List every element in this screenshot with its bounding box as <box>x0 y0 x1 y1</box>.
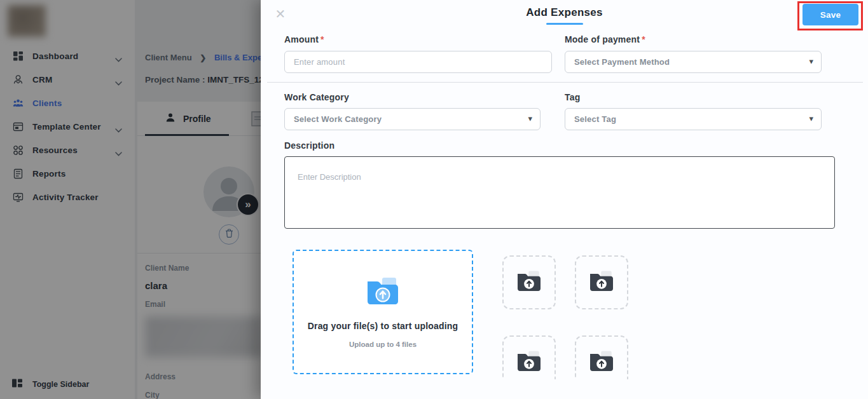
required-asterisk: * <box>320 34 324 44</box>
amount-input[interactable] <box>284 51 552 73</box>
upload-section: Drag your file(s) to start uploading Upl… <box>284 245 844 379</box>
folder-upload-icon <box>516 350 542 375</box>
folder-upload-icon <box>516 270 542 295</box>
dropzone-hint: Upload up to 4 files <box>349 341 417 348</box>
upload-slot-1[interactable] <box>502 255 556 309</box>
modal-title: Add Expenses <box>261 6 868 19</box>
upload-slot-2[interactable] <box>575 255 628 309</box>
title-accent-underline <box>546 23 583 25</box>
dropdown-caret-icon: ▾ <box>528 114 532 123</box>
folder-upload-icon <box>588 350 615 375</box>
required-asterisk: * <box>642 34 645 44</box>
description-textarea[interactable] <box>284 156 835 229</box>
tag-placeholder: Select Tag <box>574 114 616 124</box>
dropzone-text: Drag your file(s) to start uploading <box>308 321 458 331</box>
payment-method-placeholder: Select Payment Method <box>574 57 670 67</box>
screen: Dashboard CRM Clients Templat <box>0 0 868 399</box>
work-category-label: Work Category <box>284 92 349 102</box>
description-label: Description <box>284 140 334 151</box>
folder-upload-icon <box>588 270 615 295</box>
upload-slot-3[interactable] <box>502 335 556 379</box>
upload-slot-4[interactable] <box>575 335 628 379</box>
work-category-placeholder: Select Work Category <box>294 114 382 124</box>
save-button[interactable]: Save <box>803 4 858 25</box>
work-category-select[interactable]: Select Work Category ▾ <box>284 108 541 130</box>
form-divider <box>267 82 863 83</box>
amount-label: Amount* <box>284 34 324 44</box>
file-dropzone[interactable]: Drag your file(s) to start uploading Upl… <box>293 250 473 374</box>
add-expenses-modal: ✕ Add Expenses Save Amount* Mode of paym… <box>261 0 868 399</box>
dropdown-caret-icon: ▾ <box>809 114 813 123</box>
upload-folder-icon <box>365 276 401 309</box>
payment-method-select[interactable]: Select Payment Method ▾ <box>565 51 822 73</box>
dropdown-caret-icon: ▾ <box>809 57 813 66</box>
tag-label: Tag <box>565 92 580 102</box>
tag-select[interactable]: Select Tag ▾ <box>565 108 822 130</box>
mode-of-payment-label: Mode of payment* <box>565 34 645 44</box>
